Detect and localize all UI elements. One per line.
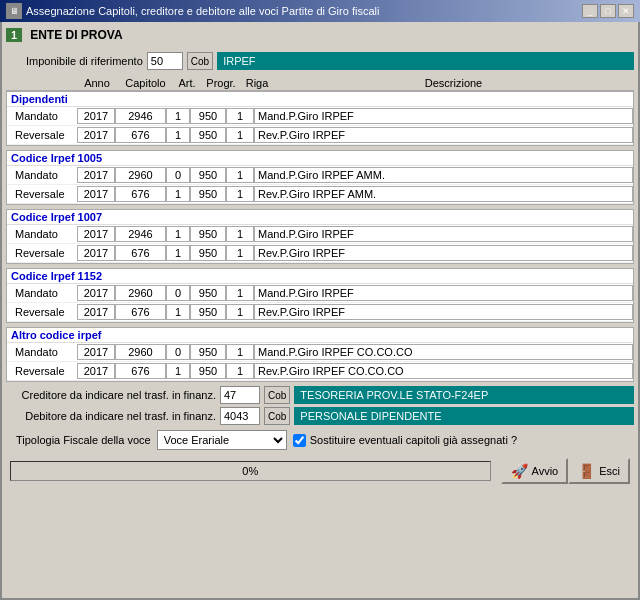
- riga-input[interactable]: [226, 285, 254, 301]
- anno-input[interactable]: [77, 304, 115, 320]
- checkbox-row: Sostituire eventuali capitoli già assegn…: [293, 434, 517, 447]
- minimize-button[interactable]: _: [582, 4, 598, 18]
- progr-input[interactable]: [190, 245, 226, 261]
- desc-input[interactable]: [254, 304, 633, 320]
- progr-input[interactable]: [190, 108, 226, 124]
- capitolo-input[interactable]: [115, 186, 166, 202]
- art-input[interactable]: [166, 344, 190, 360]
- debitore-cob-button[interactable]: Cob: [264, 407, 290, 425]
- progr-input[interactable]: [190, 226, 226, 242]
- desc-input[interactable]: [254, 186, 633, 202]
- title-bar: 🖥 Assegnazione Capitoli, creditore e deb…: [0, 0, 640, 22]
- art-input[interactable]: [166, 304, 190, 320]
- avvio-button[interactable]: 🚀 Avvio: [501, 458, 569, 484]
- progress-label: 0%: [242, 465, 258, 477]
- riga-input[interactable]: [226, 127, 254, 143]
- section-2: Codice Irpef 1007MandatoReversale: [6, 209, 634, 264]
- art-input[interactable]: [166, 127, 190, 143]
- anno-input[interactable]: [77, 285, 115, 301]
- riga-input[interactable]: [226, 226, 254, 242]
- anno-input[interactable]: [77, 127, 115, 143]
- section-3: Codice Irpef 1152MandatoReversale: [6, 268, 634, 323]
- capitolo-input[interactable]: [115, 245, 166, 261]
- desc-input[interactable]: [254, 363, 633, 379]
- capitolo-input[interactable]: [115, 363, 166, 379]
- maximize-button[interactable]: □: [600, 4, 616, 18]
- capitolo-input[interactable]: [115, 167, 166, 183]
- progr-input[interactable]: [190, 363, 226, 379]
- section-label-2: Codice Irpef 1007: [7, 210, 633, 225]
- debitore-input[interactable]: [220, 407, 260, 425]
- riga-input[interactable]: [226, 186, 254, 202]
- anno-input[interactable]: [77, 226, 115, 242]
- art-input[interactable]: [166, 363, 190, 379]
- anno-input[interactable]: [77, 108, 115, 124]
- row-label: Mandato: [7, 228, 77, 240]
- anno-input[interactable]: [77, 167, 115, 183]
- capitolo-input[interactable]: [115, 285, 166, 301]
- table-row: Mandato: [7, 343, 633, 362]
- progr-input[interactable]: [190, 127, 226, 143]
- capitolo-input[interactable]: [115, 304, 166, 320]
- progr-input[interactable]: [190, 167, 226, 183]
- art-input[interactable]: [166, 108, 190, 124]
- desc-input[interactable]: [254, 167, 633, 183]
- close-button[interactable]: ✕: [618, 4, 634, 18]
- riga-input[interactable]: [226, 108, 254, 124]
- esci-icon: 🚪: [578, 463, 595, 479]
- tipologia-label: Tipologia Fiscale della voce: [16, 434, 151, 446]
- art-input[interactable]: [166, 245, 190, 261]
- capitolo-input[interactable]: [115, 127, 166, 143]
- entity-number: 1: [6, 28, 22, 42]
- esci-label: Esci: [599, 465, 620, 477]
- esci-button[interactable]: 🚪 Esci: [568, 458, 630, 484]
- table-row: Mandato: [7, 166, 633, 185]
- row-label: Reversale: [7, 247, 77, 259]
- row-label: Mandato: [7, 287, 77, 299]
- capitolo-input[interactable]: [115, 108, 166, 124]
- desc-input[interactable]: [254, 108, 633, 124]
- riga-input[interactable]: [226, 344, 254, 360]
- progr-input[interactable]: [190, 186, 226, 202]
- riga-input[interactable]: [226, 245, 254, 261]
- progr-input[interactable]: [190, 304, 226, 320]
- anno-input[interactable]: [77, 245, 115, 261]
- art-input[interactable]: [166, 167, 190, 183]
- art-input[interactable]: [166, 226, 190, 242]
- desc-input[interactable]: [254, 226, 633, 242]
- entity-bar: 1 ENTE DI PROVA: [6, 26, 634, 44]
- bottom-fields: Creditore da indicare nel trasf. in fina…: [6, 386, 634, 425]
- tipologia-select[interactable]: Voce Erariale: [157, 430, 287, 450]
- art-input[interactable]: [166, 285, 190, 301]
- progr-input[interactable]: [190, 285, 226, 301]
- capitolo-input[interactable]: [115, 344, 166, 360]
- anno-input[interactable]: [77, 186, 115, 202]
- debitore-row: Debitore da indicare nel trasf. in finan…: [6, 407, 634, 425]
- row-label: Mandato: [7, 110, 77, 122]
- anno-input[interactable]: [77, 344, 115, 360]
- riga-input[interactable]: [226, 167, 254, 183]
- section-label-0: Dipendenti: [7, 92, 633, 107]
- imponibile-cob-button[interactable]: Cob: [187, 52, 213, 70]
- section-1: Codice Irpef 1005MandatoReversale: [6, 150, 634, 205]
- capitolo-input[interactable]: [115, 226, 166, 242]
- header-progr: Progr.: [201, 77, 241, 89]
- desc-input[interactable]: [254, 127, 633, 143]
- section-0: DipendentiMandatoReversale: [6, 91, 634, 146]
- anno-input[interactable]: [77, 363, 115, 379]
- desc-input[interactable]: [254, 245, 633, 261]
- table-row: Mandato: [7, 284, 633, 303]
- progr-input[interactable]: [190, 344, 226, 360]
- desc-input[interactable]: [254, 344, 633, 360]
- creditore-input[interactable]: [220, 386, 260, 404]
- riga-input[interactable]: [226, 363, 254, 379]
- riga-input[interactable]: [226, 304, 254, 320]
- table-row: Reversale: [7, 126, 633, 145]
- creditore-cob-button[interactable]: Cob: [264, 386, 290, 404]
- sostituire-checkbox[interactable]: [293, 434, 306, 447]
- desc-input[interactable]: [254, 285, 633, 301]
- checkbox-label: Sostituire eventuali capitoli già assegn…: [310, 434, 517, 446]
- art-input[interactable]: [166, 186, 190, 202]
- imponibile-input[interactable]: [147, 52, 183, 70]
- section-label-3: Codice Irpef 1152: [7, 269, 633, 284]
